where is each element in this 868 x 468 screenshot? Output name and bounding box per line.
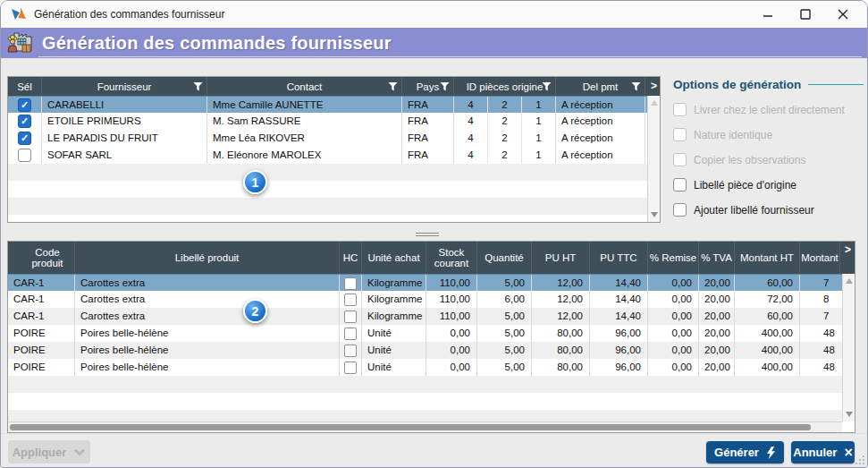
filter-icon[interactable] [440, 81, 450, 91]
option-checkbox[interactable] [673, 203, 687, 217]
cell-stock: 110,00 [426, 308, 477, 325]
cell-montant-ht: 60,00 [735, 275, 800, 292]
option-livrer-client[interactable]: Livrer chez le client directement [673, 103, 864, 116]
cell-quantite[interactable]: 5,00 [477, 342, 532, 359]
row-checkbox[interactable]: ✓ [18, 98, 31, 112]
option-libelle-piece-origine[interactable]: Libellé pièce d'origine [673, 178, 864, 191]
column-header-pu-ht[interactable]: PU HT [532, 242, 590, 274]
products-table: Code produit Libellé produit HC Unité ac… [7, 241, 855, 433]
product-row[interactable]: POIRE Poires belle-hélène Unité 0,00 5,0… [8, 359, 842, 376]
supplier-row[interactable]: ✓ CARABELLI Mme Camille AUNETTE FRA 4 2 … [8, 96, 647, 113]
scrollbar-thumb[interactable] [10, 424, 811, 430]
column-header-del-pmt[interactable]: Del pmt [556, 77, 645, 96]
cell-pays: FRA [402, 147, 454, 164]
resize-grip[interactable] [855, 455, 865, 465]
appliquer-button[interactable]: Appliquer [8, 440, 90, 464]
column-header-hc[interactable]: HC [340, 242, 362, 274]
option-checkbox[interactable] [673, 178, 687, 191]
option-copier-observations[interactable]: Copier les observations [673, 153, 864, 166]
cell-quantite[interactable]: 5,00 [477, 359, 532, 376]
hc-checkbox[interactable] [344, 362, 357, 374]
title-bar[interactable]: Génération des commandes fournisseur [1, 1, 867, 28]
more-columns-indicator[interactable]: > [645, 77, 659, 96]
cell-pu-ht: 12,00 [532, 308, 590, 325]
column-header-id-pieces-origine[interactable]: ID pièces origine [454, 77, 556, 96]
column-header-tva[interactable]: % TVA [699, 242, 735, 274]
row-checkbox[interactable]: ✓ [18, 115, 31, 128]
hc-checkbox[interactable] [344, 328, 357, 340]
filter-icon[interactable] [631, 81, 641, 91]
product-row[interactable]: CAR-1 Carottes extra Kilogramme 110,00 6… [8, 291, 842, 308]
option-checkbox[interactable] [673, 103, 687, 116]
row-checkbox[interactable]: ✓ [18, 132, 31, 145]
filter-icon[interactable] [388, 81, 398, 91]
hc-checkbox[interactable] [344, 345, 357, 357]
filter-icon[interactable] [542, 81, 552, 91]
cell-quantite[interactable]: 5,00 [477, 325, 532, 342]
column-header-stock-courant[interactable]: Stock courant [426, 242, 477, 274]
cell-remise: 0,00 [648, 308, 699, 325]
column-header-pu-ttc[interactable]: PU TTC [590, 242, 648, 274]
minimize-button[interactable] [749, 1, 787, 28]
cell-quantite[interactable]: 5,00 [477, 275, 532, 292]
option-label: Livrer chez le client directement [694, 104, 845, 116]
product-row[interactable]: CAR-1 Carottes extra Kilogramme 110,00 5… [8, 308, 842, 325]
filter-icon[interactable] [193, 81, 203, 91]
cell-montant-next: 7 [800, 275, 840, 292]
option-ajouter-libelle-fournisseur[interactable]: Ajouter libellé fournisseur [673, 203, 864, 217]
scroll-down-icon[interactable] [651, 212, 658, 217]
cell-pu-ttc: 96,00 [590, 359, 648, 376]
option-nature-identique[interactable]: Nature identique [673, 128, 864, 141]
cell-id1: 4 [454, 97, 488, 114]
scroll-up-icon[interactable] [651, 100, 658, 106]
option-checkbox[interactable] [673, 128, 687, 141]
annuler-button[interactable]: Annuler × [791, 441, 855, 464]
column-header-fournisseur[interactable]: Fournisseur [42, 77, 207, 96]
page-title: Génération des commandes fournisseur [42, 33, 392, 54]
product-row[interactable]: POIRE Poires belle-hélène Unité 0,00 5,0… [8, 325, 842, 342]
suppliers-vertical-scrollbar[interactable] [647, 96, 660, 222]
generer-button[interactable]: Générer [706, 441, 784, 464]
supplier-row[interactable]: ✓ LE PARADIS DU FRUIT Mme Léa RIKOVER FR… [8, 130, 647, 147]
column-header-remise[interactable]: % Remise [648, 242, 699, 274]
cell-id3: 1 [522, 130, 556, 147]
close-button[interactable] [824, 1, 862, 28]
x-icon: × [844, 447, 852, 459]
empty-row [8, 198, 647, 215]
scroll-down-icon[interactable] [846, 412, 853, 417]
cell-contact: M. Eléonore MAROLEX [207, 147, 402, 164]
more-columns-indicator[interactable]: > [840, 242, 853, 274]
column-header-code-produit[interactable]: Code produit [8, 242, 75, 274]
column-header-unite-achat[interactable]: Unité achat [362, 242, 426, 274]
column-header-quantite[interactable]: Quantité [477, 242, 532, 274]
product-row[interactable]: POIRE Poires belle-hélène Unité 0,00 5,0… [8, 342, 842, 359]
column-header-pays[interactable]: Pays [402, 77, 454, 96]
scroll-up-icon[interactable] [846, 278, 853, 284]
callout-badge-1: 1 [243, 170, 267, 194]
maximize-button[interactable] [787, 1, 824, 28]
supplier-row[interactable]: SOFAR SARL M. Eléonore MAROLEX FRA 4 2 1… [8, 147, 647, 164]
products-horizontal-scrollbar[interactable] [8, 421, 842, 432]
cell-tva: 20,00 [699, 275, 735, 292]
banner-underline [38, 56, 862, 57]
products-vertical-scrollbar[interactable] [842, 274, 855, 421]
product-row[interactable]: CAR-1 Carottes extra Kilogramme 110,00 5… [8, 274, 842, 291]
column-header-montant-ht[interactable]: Montant HT [735, 242, 800, 274]
cell-tva: 20,00 [699, 308, 735, 325]
supplier-row[interactable]: ✓ ETOILE PRIMEURS M. Sam RASSURE FRA 4 2… [8, 113, 647, 130]
cell-quantite[interactable]: 6,00 [477, 291, 532, 308]
option-checkbox[interactable] [673, 153, 687, 166]
cell-contact: M. Sam RASSURE [207, 113, 402, 130]
column-header-montant-next[interactable]: Montant [800, 242, 840, 274]
column-header-libelle-produit[interactable]: Libellé produit [75, 242, 340, 274]
hc-checkbox[interactable] [344, 277, 357, 290]
table-splitter-handle[interactable] [416, 231, 439, 236]
cell-quantite[interactable]: 5,00 [477, 308, 532, 325]
hc-checkbox[interactable] [344, 294, 357, 306]
column-header-sel[interactable]: Sél [8, 77, 42, 96]
column-header-contact[interactable]: Contact [207, 77, 402, 96]
dialog-window: Génération des commandes fournisseur [0, 0, 868, 468]
hc-checkbox[interactable] [344, 311, 357, 323]
option-label: Ajouter libellé fournisseur [694, 204, 814, 217]
row-checkbox[interactable] [18, 149, 31, 162]
